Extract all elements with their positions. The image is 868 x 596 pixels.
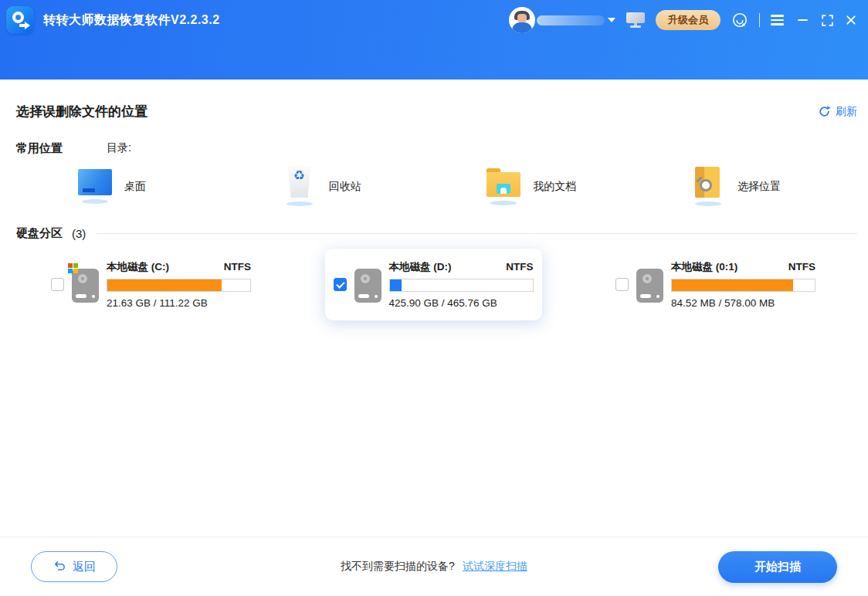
common-locations-row: 桌面 ♻ 回收站 我的文档 bbox=[0, 156, 868, 206]
drive-filesystem: NTFS bbox=[788, 261, 815, 273]
refresh-button[interactable]: 刷新 bbox=[818, 105, 857, 119]
chevron-down-icon bbox=[608, 18, 615, 22]
drive-name: 本地磁盘 (C:) bbox=[107, 260, 169, 274]
app-window: 转转大师数据恢复软件V2.2.3.2 升级会员 bbox=[0, 0, 868, 596]
customer-service-button[interactable] bbox=[731, 12, 748, 29]
drive-card-d[interactable]: 本地磁盘 (D:) NTFS 425.90 GB / 465.76 GB bbox=[325, 249, 542, 320]
minimize-button[interactable] bbox=[795, 12, 810, 28]
user-account[interactable] bbox=[509, 7, 615, 33]
titlebar-divider bbox=[759, 13, 760, 27]
documents-folder-icon bbox=[487, 172, 520, 197]
drive-checkbox[interactable] bbox=[334, 278, 347, 291]
drive-list: 本地磁盘 (C:) NTFS 21.63 GB / 111.22 GB bbox=[0, 241, 868, 320]
back-arrow-icon bbox=[53, 560, 66, 574]
refresh-label: 刷新 bbox=[836, 105, 857, 119]
user-avatar bbox=[509, 7, 535, 33]
menu-button[interactable] bbox=[771, 15, 784, 25]
start-scan-button[interactable]: 开始扫描 bbox=[718, 551, 837, 583]
location-item-documents[interactable]: 我的文档 bbox=[486, 167, 609, 206]
drive-checkbox[interactable] bbox=[615, 278, 629, 291]
page-title: 选择误删除文件的位置 bbox=[16, 103, 147, 120]
maximize-icon bbox=[821, 14, 834, 27]
drive-capacity: 425.90 GB / 465.76 GB bbox=[389, 297, 534, 309]
app-title: 转转大师数据恢复软件V2.2.3.2 bbox=[43, 12, 220, 29]
location-label: 选择位置 bbox=[737, 180, 781, 194]
hard-drive-icon bbox=[636, 269, 663, 303]
monitor-icon bbox=[626, 12, 645, 28]
drive-capacity: 84.52 MB / 578.00 MB bbox=[671, 297, 815, 309]
drive-usage-bar bbox=[107, 279, 251, 292]
close-button[interactable] bbox=[845, 14, 857, 26]
directory-label: 目录: bbox=[107, 141, 131, 156]
footer-bar: 返回 找不到需要扫描的设备? 试试深度扫描 开始扫描 bbox=[0, 537, 868, 596]
drive-card-c[interactable]: 本地磁盘 (C:) NTFS 21.63 GB / 111.22 GB bbox=[42, 249, 259, 320]
headset-icon bbox=[731, 12, 748, 29]
drive-name: 本地磁盘 (D:) bbox=[389, 260, 452, 274]
icon-shadow bbox=[490, 201, 517, 205]
drive-name: 本地磁盘 (0:1) bbox=[671, 260, 737, 274]
common-locations-label: 常用位置 bbox=[16, 141, 107, 156]
refresh-icon bbox=[818, 105, 831, 118]
drive-capacity: 21.63 GB / 111.22 GB bbox=[107, 297, 251, 309]
hard-drive-icon bbox=[72, 269, 99, 303]
location-item-recycle-bin[interactable]: ♻ 回收站 bbox=[282, 167, 405, 206]
device-monitor-button[interactable] bbox=[626, 12, 645, 28]
drive-checkbox[interactable] bbox=[51, 278, 64, 291]
section-divider bbox=[97, 233, 857, 234]
maximize-button[interactable] bbox=[821, 14, 834, 27]
location-item-desktop[interactable]: 桌面 bbox=[77, 167, 201, 206]
partitions-label: 硬盘分区 bbox=[16, 226, 63, 241]
desktop-icon bbox=[78, 169, 112, 195]
icon-shadow bbox=[695, 201, 721, 206]
location-item-choose[interactable]: 选择位置 bbox=[690, 167, 814, 206]
drive-usage-bar bbox=[671, 279, 815, 292]
recycle-bin-icon: ♻ bbox=[287, 167, 312, 198]
drive-filesystem: NTFS bbox=[506, 261, 533, 273]
icon-shadow bbox=[287, 201, 313, 206]
location-label: 我的文档 bbox=[533, 180, 576, 194]
back-button[interactable]: 返回 bbox=[31, 551, 117, 582]
minimize-icon bbox=[798, 19, 808, 22]
partitions-count: (3) bbox=[72, 227, 86, 240]
icon-shadow bbox=[82, 199, 108, 204]
location-label: 回收站 bbox=[329, 180, 361, 194]
drive-usage-bar bbox=[389, 279, 534, 292]
drive-card-01[interactable]: 本地磁盘 (0:1) NTFS 84.52 MB / 578.00 MB bbox=[607, 249, 824, 320]
back-label: 返回 bbox=[73, 560, 96, 574]
app-logo-icon bbox=[6, 6, 34, 34]
titlebar: 转转大师数据恢复软件V2.2.3.2 升级会员 bbox=[0, 0, 868, 80]
close-icon bbox=[845, 14, 857, 26]
location-label: 桌面 bbox=[124, 180, 146, 194]
hamburger-icon bbox=[771, 15, 784, 25]
upgrade-membership-button[interactable]: 升级会员 bbox=[656, 10, 721, 30]
windows-logo-icon bbox=[68, 263, 78, 273]
hard-drive-icon bbox=[354, 269, 381, 303]
drive-filesystem: NTFS bbox=[224, 261, 251, 273]
scan-hint: 找不到需要扫描的设备? bbox=[341, 560, 455, 574]
main-content: 选择误删除文件的位置 刷新 常用位置 目录: 桌面 bbox=[0, 80, 868, 320]
deep-scan-link[interactable]: 试试深度扫描 bbox=[463, 560, 527, 574]
user-name-redacted bbox=[537, 15, 605, 25]
folder-search-icon bbox=[695, 167, 721, 198]
